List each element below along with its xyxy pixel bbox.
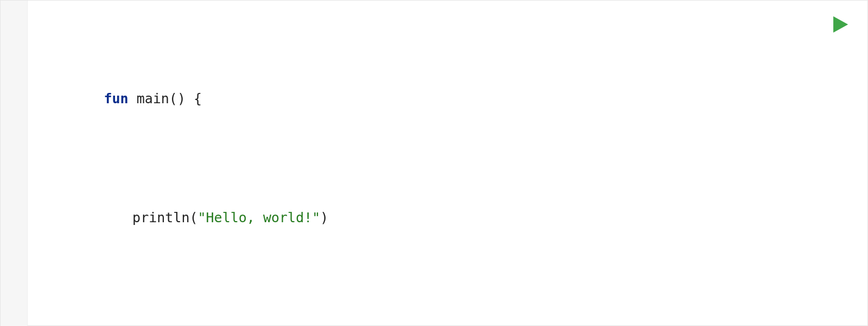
space bbox=[129, 91, 137, 106]
code-editor-panel: fun main() { println("Hello, world!") } bbox=[1, 1, 867, 326]
svg-marker-0 bbox=[833, 16, 848, 33]
code-line-1: fun main() { bbox=[39, 64, 857, 135]
run-button[interactable] bbox=[828, 12, 852, 36]
code-gutter bbox=[1, 1, 28, 326]
parentheses: () bbox=[169, 91, 186, 106]
code-line-2: println("Hello, world!") bbox=[39, 182, 857, 253]
code-playground: fun main() { println("Hello, world!") } … bbox=[0, 0, 868, 326]
space bbox=[186, 91, 194, 106]
call-println: println bbox=[132, 210, 189, 225]
function-name: main bbox=[137, 91, 169, 106]
keyword-fun: fun bbox=[104, 91, 128, 106]
paren-close: ) bbox=[320, 210, 328, 225]
code-editor[interactable]: fun main() { println("Hello, world!") } bbox=[28, 1, 867, 326]
paren-open: ( bbox=[189, 210, 197, 225]
code-line-3: } bbox=[39, 301, 857, 326]
play-icon bbox=[831, 15, 850, 34]
string-literal: "Hello, world!" bbox=[198, 210, 321, 225]
brace-open: { bbox=[194, 91, 202, 106]
